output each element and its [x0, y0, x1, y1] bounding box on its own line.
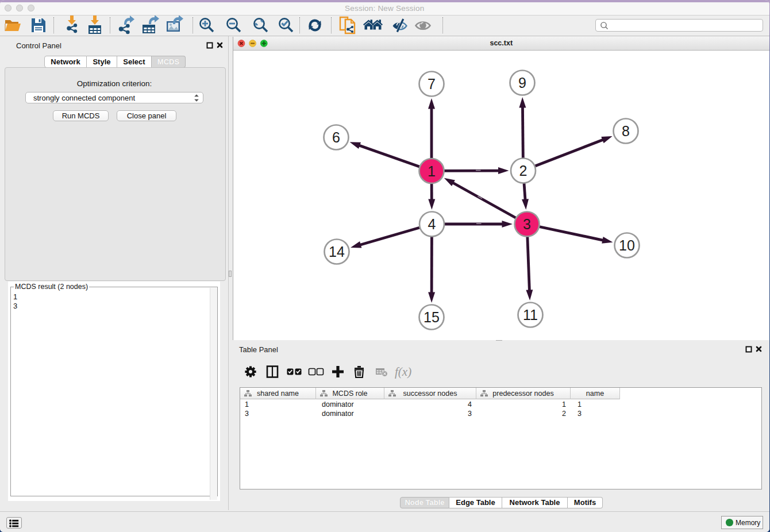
svg-text:8: 8 [622, 123, 630, 139]
svg-text:1: 1 [428, 163, 436, 179]
svg-text:6: 6 [332, 129, 340, 145]
svg-text:11: 11 [523, 307, 538, 323]
svg-text:15: 15 [424, 309, 440, 325]
svg-text:3: 3 [523, 216, 531, 232]
svg-text:7: 7 [428, 76, 436, 92]
svg-text:2: 2 [519, 163, 528, 179]
svg-text:10: 10 [619, 237, 635, 253]
svg-text:4: 4 [428, 216, 436, 232]
svg-text:14: 14 [329, 244, 345, 260]
svg-text:9: 9 [518, 75, 526, 91]
